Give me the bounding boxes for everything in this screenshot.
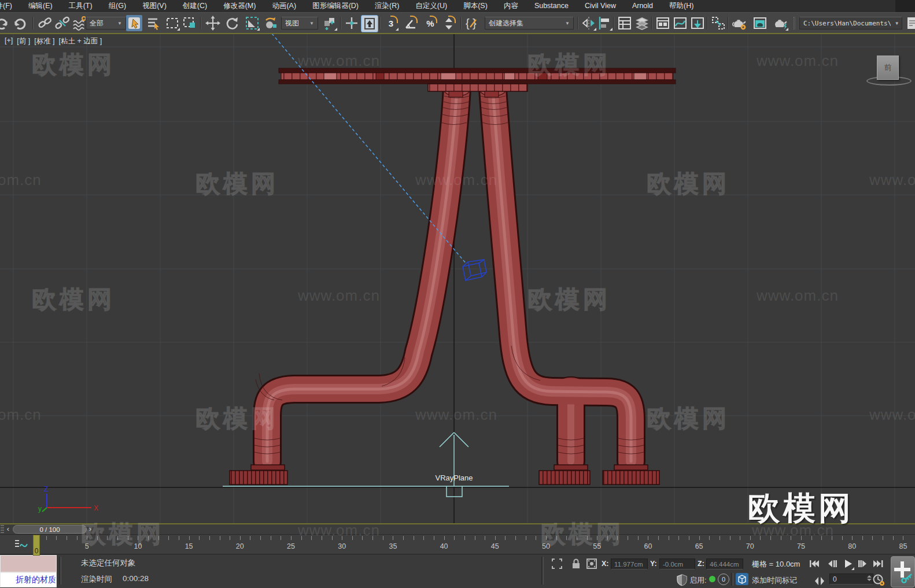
render-setup-button[interactable] (731, 15, 747, 31)
ruler-tick (332, 536, 333, 540)
coord-z-field[interactable]: 46.444cm (706, 559, 743, 569)
select-and-scale-button[interactable] (244, 15, 260, 31)
menu-item-11[interactable]: 脚本(S) (455, 0, 496, 12)
menu-item-5[interactable]: 创建(C) (175, 0, 215, 12)
redo-icon[interactable] (12, 15, 28, 31)
track-bar-ruler[interactable]: 510152025303540455055606570758085 (0, 535, 915, 554)
undo-icon[interactable] (0, 15, 10, 31)
rectangular-selection-region-button[interactable] (164, 15, 180, 31)
menu-item-4[interactable]: 视图(V) (134, 0, 175, 12)
menu-item-9[interactable]: 渲染(R) (367, 0, 407, 12)
time-configuration-button[interactable] (872, 574, 885, 586)
go-to-end-button[interactable] (871, 557, 885, 571)
absolute-offset-mode-toggle[interactable] (585, 557, 598, 570)
unlink-icon[interactable] (54, 15, 71, 31)
project-folder-path: C:\Users\Han\Documents\3ds Max 2022 (803, 20, 891, 27)
time-slider[interactable]: 0 / 100 (13, 525, 87, 534)
use-pivot-point-button[interactable] (263, 15, 279, 31)
keyboard-shortcut-override-toggle[interactable] (361, 15, 378, 32)
clipped-toolbar-icon[interactable] (905, 15, 915, 31)
menu-item-12[interactable]: 内容 (496, 0, 526, 12)
use-center-flyout-button[interactable] (322, 15, 338, 31)
add-time-tag-label[interactable]: 添加时间标记 (752, 575, 797, 586)
toggle-ribbon-button[interactable] (655, 15, 671, 31)
project-folder-dropdown[interactable]: C:\Users\Han\Documents\3ds Max 2022 ▼ (799, 17, 902, 29)
menu-item-16[interactable]: 帮助(H) (661, 0, 702, 12)
menu-item-3[interactable]: 组(G) (101, 0, 135, 12)
grid-size-readout: 栅格 = 10.0cm (752, 559, 800, 569)
menu-item-15[interactable]: Arnold (624, 0, 661, 12)
set-key-plus-button[interactable] (891, 556, 915, 587)
next-key-button[interactable] (856, 557, 870, 571)
ruler-label: 80 (848, 542, 856, 550)
window-crossing-toggle[interactable] (182, 15, 198, 31)
reference-coordinate-dropdown[interactable]: 视图 ▼ (281, 17, 318, 29)
time-tag-cube-button[interactable] (736, 573, 748, 585)
menu-item-0[interactable]: 文件(F) (0, 0, 20, 12)
mirror-button[interactable] (581, 15, 597, 31)
enable-label: 启用: (689, 575, 707, 586)
menu-item-6[interactable]: 修改器(M) (215, 0, 264, 12)
viewport-menu-general[interactable]: [+] (5, 36, 13, 46)
selection-lock-toggle[interactable] (570, 557, 582, 570)
play-button[interactable] (841, 557, 855, 571)
select-and-move-button[interactable] (205, 15, 221, 31)
viewcube-front-face[interactable]: 前 (877, 56, 899, 80)
selection-filter-dropdown[interactable]: 全部 ▼ (86, 17, 126, 29)
warning-count-badge[interactable]: 0 (718, 574, 729, 585)
macro-recorder-field[interactable] (0, 555, 57, 572)
rendered-frame-window-button[interactable] (752, 15, 768, 31)
safe-scene-shield-icon[interactable] (676, 574, 688, 586)
menu-item-7[interactable]: 动画(A) (264, 0, 304, 12)
maxscript-listener-field[interactable]: 折射的材质 (0, 572, 57, 587)
material-editor-button[interactable] (710, 15, 726, 31)
previous-frame-button[interactable]: ‹ (5, 524, 12, 534)
frame-spinner[interactable] (867, 575, 872, 581)
viewport-menu-view[interactable]: [前 ] (17, 36, 30, 46)
select-object-button[interactable] (126, 15, 142, 31)
toolbar-grip[interactable] (1, 525, 4, 534)
model-table-wireframe[interactable] (230, 68, 676, 485)
schematic-view-button[interactable] (689, 15, 706, 31)
menu-item-1[interactable]: 编辑(E) (20, 0, 61, 12)
toggle-scene-explorer-button[interactable] (617, 15, 633, 31)
viewport-menu-type[interactable]: [标准 ] (34, 36, 54, 46)
previous-key-button[interactable] (825, 557, 839, 571)
select-and-manipulate-button[interactable] (344, 15, 360, 31)
render-production-button[interactable] (773, 15, 789, 31)
align-button[interactable] (597, 15, 613, 31)
select-by-name-button[interactable] (146, 15, 162, 31)
coord-y-field[interactable]: -0.0cm (659, 559, 695, 569)
status-splitter[interactable] (541, 557, 544, 585)
menu-item-14[interactable]: Civil View (577, 0, 624, 12)
status-splitter[interactable] (59, 557, 61, 585)
viewport-canvas[interactable]: VRayPlane Z X y (0, 34, 915, 524)
next-frame-button[interactable]: › (87, 524, 94, 534)
named-selection-set-dropdown[interactable]: 创建选择集 ▼ (485, 17, 574, 29)
helper-cube-gizmo[interactable] (463, 260, 486, 280)
key-mode-toggle[interactable] (813, 575, 826, 587)
edit-named-selection-sets-button[interactable]: {} (464, 15, 480, 31)
current-frame-marker[interactable]: 0 (33, 535, 40, 556)
menu-item-2[interactable]: 工具(T) (61, 0, 101, 12)
spinner-snap-toggle[interactable] (441, 15, 457, 31)
menu-item-10[interactable]: 自定义(U) (407, 0, 455, 12)
toggle-layer-explorer-button[interactable] (634, 15, 650, 31)
viewcube[interactable]: 前 (864, 53, 910, 88)
menu-item-13[interactable]: Substance (526, 0, 577, 12)
isolate-selection-toggle[interactable] (551, 557, 563, 570)
select-and-link-icon[interactable] (37, 15, 53, 31)
snap-toggle-3d-button[interactable]: 3 (383, 15, 399, 31)
current-frame-field[interactable]: 0 (829, 574, 873, 585)
coord-x-field[interactable]: 11.977cm (611, 559, 648, 569)
curve-editor-button[interactable] (672, 15, 688, 31)
percent-snap-toggle[interactable]: % (422, 15, 438, 31)
viewport-front[interactable]: VRayPlane Z X y [+] [前 ] [标准 ] [粘土 + 边面 … (0, 34, 915, 524)
viewport-menu-shading[interactable]: [粘土 + 边面 ] (59, 36, 102, 46)
angle-snap-toggle[interactable] (403, 15, 419, 31)
menu-item-8[interactable]: 图形编辑器(D) (304, 0, 367, 12)
select-and-rotate-button[interactable] (224, 15, 241, 31)
go-to-start-button[interactable] (807, 557, 821, 571)
track-bar[interactable]: 510152025303540455055606570758085 0 (0, 534, 915, 554)
ruler-tick (250, 536, 250, 540)
